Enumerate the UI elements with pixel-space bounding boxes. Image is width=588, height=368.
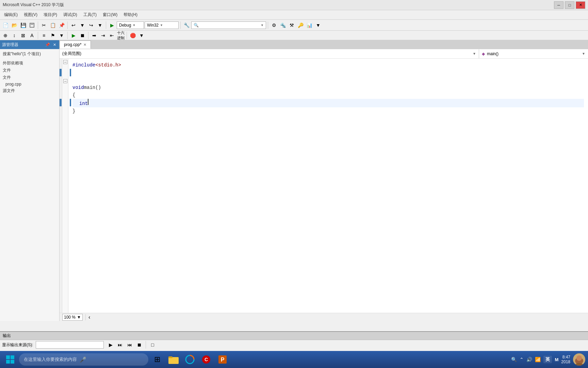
tab-label: prog.cpp* <box>64 42 81 47</box>
menu-debug[interactable]: 调试(D) <box>61 11 80 19</box>
collapse-function[interactable]: ─ <box>63 79 67 83</box>
zoom-bar: 100 % ▼ ‹ <box>60 313 588 321</box>
taskbar-app-3[interactable] <box>182 352 197 367</box>
scroll-left-icon[interactable]: ‹ <box>88 314 90 320</box>
search-dropdown[interactable]: 🔍 ▼ <box>191 21 266 29</box>
debug-dropdown[interactable]: Debug ▼ <box>117 21 144 29</box>
tb2-btn6[interactable]: ⚑ <box>49 31 57 40</box>
tb2-arrow[interactable]: ➡ <box>90 31 98 40</box>
user-avatar[interactable] <box>573 353 585 366</box>
save-button[interactable]: 💾 <box>19 21 27 29</box>
tray-icon-3[interactable]: 🔊 <box>526 357 532 362</box>
code-line-3 <box>72 76 584 84</box>
code-close-brace: } <box>72 107 75 115</box>
build-btn[interactable]: 🔧 <box>182 21 191 29</box>
properties-btn[interactable]: ⚙ <box>270 21 278 29</box>
zoom-dropdown[interactable]: 100 % ▼ <box>62 314 83 321</box>
extra-btn4[interactable]: 📊 <box>305 21 313 29</box>
tab-progcpp[interactable]: prog.cpp* ✕ <box>60 41 91 49</box>
copy-button[interactable]: 📋 <box>49 21 57 29</box>
tab-close-button[interactable]: ✕ <box>83 43 86 47</box>
ime-icon[interactable]: M <box>555 357 558 362</box>
menu-project[interactable]: 项目(P) <box>41 11 60 19</box>
language-button[interactable]: 英 <box>543 356 552 363</box>
svg-point-15 <box>576 355 582 361</box>
search-box[interactable]: 在这里输入你要搜索的内容 🎤 <box>19 353 148 366</box>
tray-icon-1[interactable]: 🔍 <box>511 357 517 362</box>
extra-btn2[interactable]: ⚒ <box>288 21 296 29</box>
function-diamond-icon: ◆ <box>482 51 485 56</box>
mic-icon[interactable]: 🎤 <box>80 356 86 363</box>
output-btn3[interactable]: ⏮ <box>126 341 134 349</box>
platform-dropdown[interactable]: Win32 ▼ <box>145 21 179 29</box>
code-content[interactable]: #include <stdio.h> void main() { <box>68 59 588 313</box>
tb2-hex[interactable]: 十六进制 <box>117 31 125 40</box>
title-bar: Microsoft Visual C++ 2010 学习版 ─ □ ✕ <box>0 0 588 10</box>
redo-button[interactable]: ↪ <box>87 21 95 29</box>
open-button[interactable]: 📂 <box>10 21 18 29</box>
function-dropdown[interactable]: ◆ main() ▼ <box>479 49 588 58</box>
sidebar-item-search[interactable]: 搜索"hello"(1 个项目) <box>0 50 59 58</box>
sidebar-item-progcpp[interactable]: prog.cpp <box>0 81 59 87</box>
tb2-btn2[interactable]: ↕ <box>10 31 18 40</box>
zoom-separator <box>85 314 86 320</box>
menu-view[interactable]: 视图(V) <box>21 11 40 19</box>
paste-button[interactable]: 📌 <box>58 21 66 29</box>
start-button[interactable] <box>3 352 18 367</box>
code-editor[interactable]: ─ ─ #include <stdio.h> void <box>60 59 588 313</box>
tray-icon-2[interactable]: ⌃ <box>520 357 524 362</box>
sidebar-pin-button[interactable]: 📌 <box>45 42 50 47</box>
extra-dropdown[interactable]: ▼ <box>314 21 322 29</box>
tb2-btn1[interactable]: ⊕ <box>1 31 10 40</box>
taskbar-app-5[interactable]: P <box>215 352 230 367</box>
tb2-btn4[interactable]: A <box>28 31 36 40</box>
save-all-button[interactable] <box>28 21 36 29</box>
undo-button[interactable]: ↩ <box>69 21 78 29</box>
scope-dropdown[interactable]: (全局范围) ▼ <box>60 49 479 58</box>
sidebar-item-files2[interactable]: 文件 <box>0 74 59 81</box>
collapse-include[interactable]: ─ <box>63 60 67 64</box>
tb2-btn5[interactable]: ≡ <box>40 31 48 40</box>
separator7 <box>67 32 68 39</box>
output-btn1[interactable]: ▶ <box>107 341 115 349</box>
tray-icon-network[interactable]: 📶 <box>535 357 541 362</box>
maximize-button[interactable]: □ <box>565 1 574 9</box>
tb2-play[interactable]: ▶ <box>69 31 78 40</box>
close-button[interactable]: ✕ <box>576 1 585 9</box>
new-button[interactable]: 📄 <box>1 21 10 29</box>
redo-dropdown[interactable]: ▼ <box>96 21 104 29</box>
menu-tools[interactable]: 工具(T) <box>81 11 99 19</box>
cut-button[interactable]: ✂ <box>40 21 48 29</box>
extra-btn3[interactable]: 🔑 <box>296 21 305 29</box>
output-btn5[interactable]: □ <box>148 341 157 349</box>
extra-btn1[interactable]: 🔩 <box>279 21 287 29</box>
run-button[interactable]: ▶ <box>108 21 116 29</box>
minimize-button[interactable]: ─ <box>554 1 564 9</box>
code-int-keyword: int <box>79 100 88 107</box>
sidebar-item-files1[interactable]: 文件 <box>0 67 59 74</box>
menu-edit[interactable]: 编辑(E) <box>1 11 20 19</box>
output-btn4[interactable]: ⏹ <box>135 341 143 349</box>
tb2-btn3[interactable]: ⊠ <box>19 31 27 40</box>
sidebar-item-deps[interactable]: 外部依赖项 <box>0 60 59 67</box>
output-panel: 输出 显示输出来源(S): ▶ ⏭ ⏮ ⏹ □ <box>0 331 588 351</box>
task-view-button[interactable]: ⊞ <box>150 352 165 367</box>
output-source-dropdown[interactable] <box>36 341 104 349</box>
tb2-stop[interactable]: ⏹ <box>78 31 86 40</box>
tb2-debug-icon[interactable]: 🛑 <box>129 31 137 40</box>
svg-rect-2 <box>6 355 10 359</box>
undo-dropdown[interactable]: ▼ <box>78 21 86 29</box>
tb2-btn7[interactable]: ▼ <box>58 31 66 40</box>
taskbar-app-explorer[interactable] <box>166 352 181 367</box>
collapse-gutter: ─ ─ <box>62 59 68 313</box>
sidebar-header: 源管理器 📌 ✕ <box>0 40 59 49</box>
output-btn2[interactable]: ⏭ <box>116 341 124 349</box>
tb2-outdent[interactable]: ⇤ <box>108 31 116 40</box>
tb2-arrow2[interactable]: ▼ <box>137 31 146 40</box>
sidebar-item-sourcefiles[interactable]: 源文件 <box>0 87 59 94</box>
menu-window[interactable]: 窗口(W) <box>100 11 120 19</box>
tb2-indent[interactable]: ⇥ <box>99 31 107 40</box>
menu-help[interactable]: 帮助(H) <box>121 11 140 19</box>
sidebar-close-button[interactable]: ✕ <box>52 42 57 47</box>
taskbar-app-4[interactable]: C <box>199 352 214 367</box>
